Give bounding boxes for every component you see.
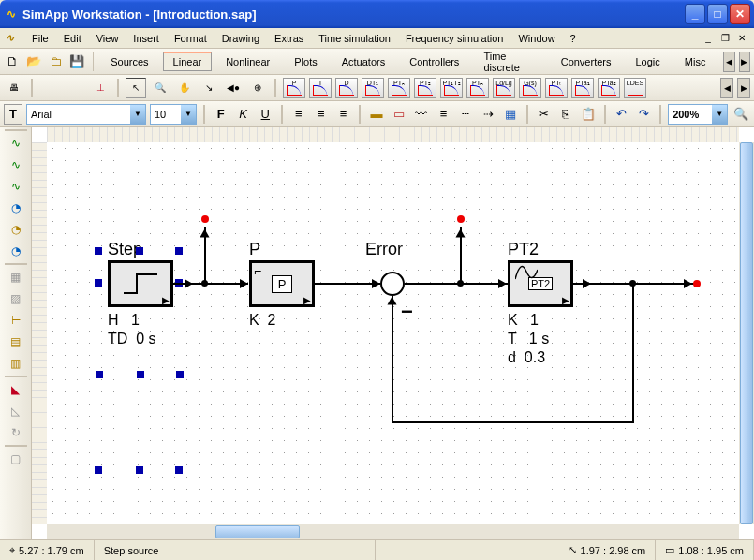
- close-button[interactable]: ✕: [730, 4, 750, 24]
- block-ptn2-icon[interactable]: PTₙ: [466, 78, 489, 98]
- dropdown-icon[interactable]: ▼: [712, 105, 727, 124]
- wave3-icon[interactable]: ∿: [6, 177, 26, 196]
- pan-tool-icon[interactable]: ✋: [174, 78, 195, 98]
- pointer-tool-icon[interactable]: ↖: [126, 78, 146, 98]
- block-gs-icon[interactable]: G(s): [519, 78, 541, 98]
- align-tool-icon[interactable]: ⊥: [90, 78, 111, 98]
- menu-insert[interactable]: Insert: [126, 31, 167, 46]
- text-tool-icon[interactable]: T: [4, 104, 22, 125]
- selection-handle[interactable]: [176, 371, 184, 378]
- bold-icon[interactable]: F: [212, 104, 230, 125]
- align-center-icon[interactable]: ≡: [312, 104, 331, 125]
- tab-logic[interactable]: Logic: [625, 52, 670, 71]
- mdi-minimize-icon[interactable]: _: [702, 32, 715, 45]
- tab-time-discrete[interactable]: Time discrete: [473, 47, 546, 77]
- menu-format[interactable]: Format: [167, 31, 214, 46]
- block-pt2-icon[interactable]: PT₂: [414, 78, 436, 98]
- menu-help[interactable]: ?: [563, 31, 584, 46]
- wire[interactable]: [392, 296, 393, 423]
- selection-handle[interactable]: [137, 371, 144, 378]
- menu-drawing[interactable]: Drawing: [214, 31, 267, 46]
- dash-style-icon[interactable]: ┄: [456, 104, 475, 125]
- blocks-scroll-right[interactable]: ▶: [737, 78, 750, 98]
- block-pta2-icon[interactable]: PTa₂: [598, 78, 620, 98]
- maximize-button[interactable]: □: [707, 4, 728, 24]
- scrollbar-vertical[interactable]: [739, 142, 754, 524]
- wire[interactable]: [405, 283, 508, 285]
- redo-icon[interactable]: ↷: [635, 104, 654, 125]
- cut-icon[interactable]: ✂: [535, 104, 554, 125]
- menu-freq-sim[interactable]: Frequency simulation: [398, 31, 511, 46]
- scroll-thumb[interactable]: [740, 142, 753, 524]
- probe-node[interactable]: [201, 215, 209, 223]
- zoom-input[interactable]: [669, 109, 712, 120]
- align-left-icon[interactable]: ≡: [289, 104, 308, 125]
- menu-file[interactable]: File: [24, 31, 56, 46]
- block-step[interactable]: Step ▶ H 1 TD 0 s: [108, 260, 173, 307]
- clock3-icon[interactable]: ◔: [6, 242, 26, 260]
- align-right-icon[interactable]: ≡: [334, 104, 353, 125]
- zoom-combo[interactable]: ▼: [668, 104, 728, 125]
- tab-actuators[interactable]: Actuators: [332, 52, 395, 71]
- selection-handle[interactable]: [96, 371, 103, 378]
- menu-view[interactable]: View: [89, 31, 126, 46]
- tab-linear[interactable]: Linear: [163, 52, 213, 71]
- open-icon[interactable]: 📂: [25, 52, 43, 72]
- flip-h-icon[interactable]: ◣: [6, 380, 26, 399]
- font-size-input[interactable]: [151, 109, 181, 120]
- block-ptn-icon[interactable]: PTₙ: [388, 78, 410, 98]
- zoom-fit-icon[interactable]: 🔍: [732, 104, 750, 125]
- wave2-icon[interactable]: ∿: [6, 155, 26, 174]
- flip-v-icon[interactable]: ◺: [6, 402, 26, 420]
- save-icon[interactable]: 💾: [68, 52, 86, 72]
- copy-icon[interactable]: ⎘: [556, 104, 575, 125]
- shape-icon[interactable]: ▢: [6, 449, 26, 468]
- dropdown-icon[interactable]: ▼: [181, 105, 196, 124]
- sum-tool-icon[interactable]: ⊕: [247, 78, 268, 98]
- minimize-button[interactable]: _: [685, 4, 705, 24]
- font-name-combo[interactable]: ▼: [26, 104, 146, 125]
- font-name-input[interactable]: [27, 109, 130, 120]
- tab-nonlinear[interactable]: Nonlinear: [215, 52, 280, 71]
- font-size-combo[interactable]: ▼: [150, 104, 197, 125]
- block-p-icon[interactable]: P: [283, 78, 305, 98]
- grid-icon[interactable]: ▦: [501, 104, 520, 125]
- block-ldes-icon[interactable]: LDES: [624, 78, 646, 98]
- arrow-style-icon[interactable]: ⇢: [479, 104, 497, 125]
- underline-icon[interactable]: U: [256, 104, 274, 125]
- mdi-restore-icon[interactable]: ❐: [718, 32, 732, 45]
- wire[interactable]: [315, 283, 380, 285]
- zoom-tool-icon[interactable]: 🔍: [150, 78, 170, 98]
- probe-tool-icon[interactable]: ◀●: [223, 78, 244, 98]
- block-pta1-icon[interactable]: PTa₁: [571, 78, 594, 98]
- tree-icon[interactable]: ⊢: [6, 311, 26, 330]
- fill-color-icon[interactable]: ▬: [367, 104, 386, 125]
- sum-node[interactable]: [380, 272, 405, 296]
- paste-icon[interactable]: 📋: [579, 104, 598, 125]
- output-terminal[interactable]: [693, 280, 701, 287]
- menu-edit[interactable]: Edit: [56, 31, 89, 46]
- scrollbar-horizontal[interactable]: [47, 524, 739, 539]
- group1-icon[interactable]: ▦: [6, 268, 26, 287]
- dropdown-icon[interactable]: ▼: [130, 105, 145, 124]
- block-p[interactable]: P P ▶ ⌐ K 2: [249, 260, 315, 307]
- block-ldlg-icon[interactable]: Ld/Lg: [493, 78, 515, 98]
- tabs-scroll-right[interactable]: ▶: [739, 52, 750, 72]
- layers2-icon[interactable]: ▥: [6, 354, 26, 373]
- line-style-icon[interactable]: 〰: [412, 104, 431, 125]
- mdi-close-icon[interactable]: ✕: [735, 32, 748, 45]
- tab-converters[interactable]: Converters: [551, 52, 622, 71]
- menu-extras[interactable]: Extras: [267, 31, 311, 46]
- probe-node[interactable]: [457, 215, 465, 223]
- clock1-icon[interactable]: ◔: [6, 199, 26, 217]
- clock2-icon[interactable]: ◔: [6, 220, 26, 239]
- block-dt1-icon[interactable]: DT₁: [362, 78, 384, 98]
- wire[interactable]: [392, 421, 634, 423]
- layers1-icon[interactable]: ▤: [6, 332, 26, 351]
- block-ptt-icon[interactable]: PTₜ: [545, 78, 568, 98]
- undo-icon[interactable]: ↶: [613, 104, 631, 125]
- menu-time-sim[interactable]: Time simulation: [311, 31, 398, 46]
- block-i-icon[interactable]: I: [309, 78, 332, 98]
- tab-misc[interactable]: Misc: [674, 52, 717, 71]
- italic-icon[interactable]: K: [234, 104, 253, 125]
